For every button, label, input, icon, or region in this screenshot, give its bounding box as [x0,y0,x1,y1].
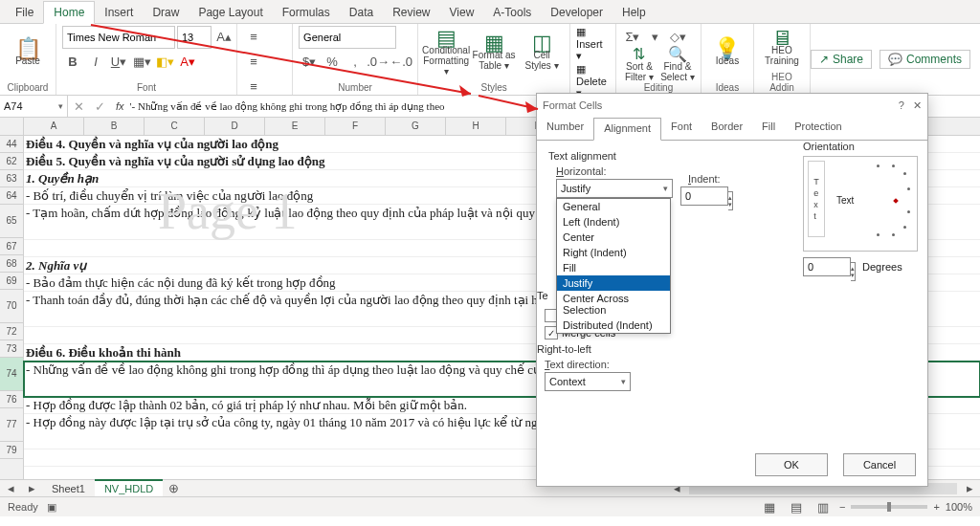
annotation-arrows [0,0,980,526]
svg-marker-1 [459,85,471,97]
svg-marker-3 [525,101,538,113]
svg-line-0 [91,25,471,94]
